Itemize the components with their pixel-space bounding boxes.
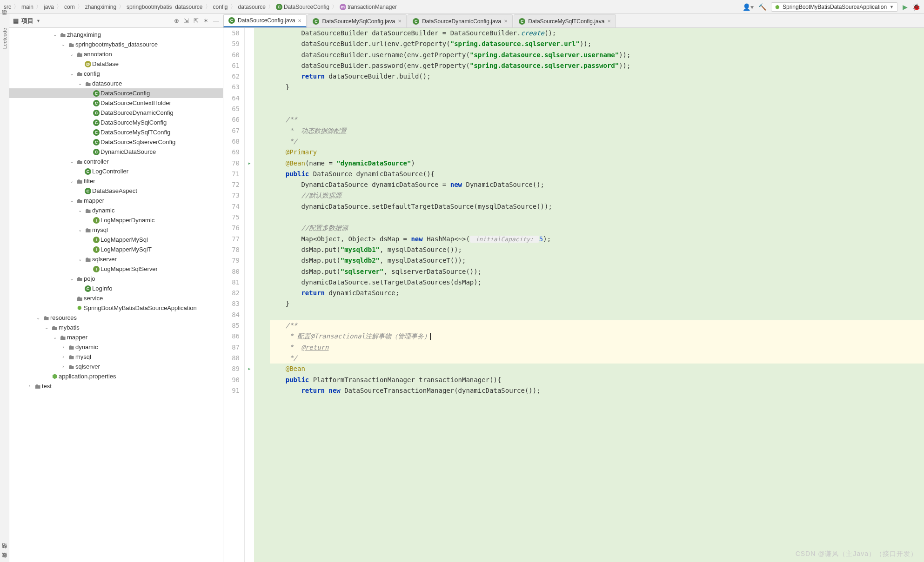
tree-item-DataBaseAspect[interactable]: CDataBaseAspect [9,186,223,196]
tree-item-LogMapperMySql[interactable]: ILogMapperMySql [9,235,223,245]
breadcrumb-item[interactable]: main [21,4,33,10]
project-tree[interactable]: zhangximingspringbootmybatis_datasourcea… [9,28,223,562]
tree-item-DataSourceMySqlConfig[interactable]: CDataSourceMySqlConfig [9,118,223,127]
collapse-all-icon[interactable]: ⇱ [194,17,199,24]
editor-tab[interactable]: CDataSourceConfig.java✕ [223,14,307,27]
breadcrumb-item[interactable]: zhangximing [85,4,116,10]
tree-item-controller[interactable]: controller [9,157,223,166]
tree-item-config[interactable]: config [9,69,223,79]
tree-item-mapper[interactable]: mapper [9,332,223,342]
run-configuration-selector[interactable]: SpringBootMyBatisDataSourceApplication ▼ [771,2,898,12]
code-line[interactable]: dsMap.put("sqlserver", sqlserverDataSour… [270,266,924,277]
tree-item-LogMapperMySqlT[interactable]: ILogMapperMySqlT [9,245,223,254]
code-line[interactable]: */ [270,353,924,364]
build-icon[interactable]: 🔨 [758,3,766,11]
tree-item-service[interactable]: service [9,293,223,303]
code-line[interactable]: return dataSourceBuilder.build(); [270,71,924,82]
sidebar-tab-leetcode[interactable]: Leetcode [2,28,7,49]
breadcrumb-item[interactable]: src [4,4,11,10]
code-line[interactable]: * 配置@Transactional注解事物（管理事务） [270,331,924,342]
tree-arrow-icon[interactable] [68,52,75,57]
code-editor[interactable]: 5859606162636465666768697071727374757677… [223,28,924,562]
code-line[interactable]: public PlatformTransactionManager transa… [270,375,924,385]
tree-item-DataSourceConfig[interactable]: CDataSourceConfig [9,88,223,98]
tree-arrow-icon[interactable] [76,208,84,213]
breadcrumb-item[interactable]: springbootmybatis_datasource [127,4,202,10]
tree-item-sqlserver[interactable]: sqlserver [9,254,223,264]
code-line[interactable] [270,93,924,104]
tree-item-DataSourceContextHolder[interactable]: CDataSourceContextHolder [9,98,223,108]
code-line[interactable]: dataSourceBuilder.password(env.getProper… [270,60,924,71]
editor-tab[interactable]: CDataSourceMySqlConfig.java✕ [308,14,407,27]
tree-arrow-icon[interactable] [68,71,75,76]
debug-icon[interactable]: 🐞 [912,3,920,11]
tree-item-LogMapperSqlServer[interactable]: ILogMapperSqlServer [9,264,223,274]
run-gutter-icon[interactable] [245,364,254,374]
run-icon[interactable]: ▶ [903,3,908,11]
tree-item-DataBase[interactable]: @DataBase [9,59,223,69]
tree-item-LogInfo[interactable]: CLogInfo [9,284,223,293]
code-line[interactable]: dataSourceBuilder.username(env.getProper… [270,50,924,60]
tree-item-mysql[interactable]: mysql [9,352,223,362]
code-line[interactable]: //配置多数据源 [270,223,924,233]
code-line[interactable]: /** [270,320,924,331]
tree-item-datasource[interactable]: datasource [9,79,223,88]
tree-arrow-icon[interactable] [76,227,84,232]
code-line[interactable]: /** [270,114,924,125]
close-icon[interactable]: ✕ [607,19,611,24]
code-line[interactable]: @Primary [270,147,924,158]
code-line[interactable]: return dynamicDataSource; [270,288,924,298]
tree-item-dynamic[interactable]: dynamic [9,342,223,352]
tree-item-filter[interactable]: filter [9,176,223,186]
tree-arrow-icon[interactable] [60,354,67,359]
select-opened-icon[interactable]: ⊕ [174,17,179,24]
code-line[interactable]: dsMap.put("mysqldb2", mysqlDataSourceT()… [270,255,924,266]
tree-item-dynamic[interactable]: dynamic [9,205,223,215]
code-line[interactable]: * @return [270,342,924,353]
code-line[interactable]: */ [270,136,924,147]
close-icon[interactable]: ✕ [398,19,402,24]
tree-item-test[interactable]: test [9,381,223,391]
expand-all-icon[interactable]: ⇲ [184,17,189,24]
tree-item-springbootmybatis_datasource[interactable]: springbootmybatis_datasource [9,40,223,49]
code-line[interactable]: dynamicDataSource.setDefaultTargetDataSo… [270,201,924,212]
code-line[interactable]: * 动态数据源配置 [270,126,924,136]
tree-item-LogController[interactable]: CLogController [9,166,223,176]
hide-icon[interactable]: — [213,17,219,24]
tree-arrow-icon[interactable] [68,276,75,281]
close-icon[interactable]: ✕ [298,18,301,23]
tree-item-mybatis[interactable]: mybatis [9,323,223,332]
code-line[interactable]: return new DataSourceTransactionManager(… [270,385,924,396]
breadcrumb-item[interactable]: CDataSourceConfig [276,4,329,10]
breadcrumb-item[interactable]: com [64,4,75,10]
tree-arrow-icon[interactable] [68,198,75,203]
tree-arrow-icon[interactable] [26,383,33,389]
tree-item-resources[interactable]: resources [9,313,223,323]
code-content[interactable]: DataSourceBuilder dataSourceBuilder = Da… [254,28,924,562]
tree-item-zhangximing[interactable]: zhangximing [9,30,223,40]
code-line[interactable]: dynamicDataSource.setTargetDataSources(d… [270,277,924,288]
tree-arrow-icon[interactable] [68,179,75,184]
breadcrumb-item[interactable]: datasource [238,4,266,10]
close-icon[interactable]: ✕ [504,19,508,24]
dropdown-icon[interactable]: ▼ [36,19,40,23]
tree-arrow-icon[interactable] [68,159,75,164]
tree-arrow-icon[interactable] [34,315,42,320]
tree-arrow-icon[interactable] [51,32,59,37]
code-line[interactable]: //默认数据源 [270,190,924,201]
tree-item-DataSourceMySqlTConfig[interactable]: CDataSourceMySqlTConfig [9,127,223,137]
code-line[interactable]: DataSourceBuilder dataSourceBuilder = Da… [270,28,924,39]
tree-arrow-icon[interactable] [76,257,84,262]
code-line[interactable]: @Bean [270,364,924,374]
tree-item-pojo[interactable]: pojo [9,274,223,284]
tree-item-LogMapperDynamic[interactable]: ILogMapperDynamic [9,215,223,225]
code-line[interactable]: } [270,298,924,309]
tree-item-DynamicDataSource[interactable]: CDynamicDataSource [9,147,223,157]
tree-item-application.properties[interactable]: ⬢application.properties [9,371,223,381]
code-line[interactable]: Map<Object, Object> dsMap = new HashMap<… [270,234,924,245]
editor-tab[interactable]: CDataSourceMySqlTConfig.java✕ [514,14,616,27]
tree-item-SpringBootMyBatisDataSourceApplication[interactable]: SpringBootMyBatisDataSourceApplication [9,303,223,313]
tree-arrow-icon[interactable] [76,81,84,86]
code-line[interactable]: dataSourceBuilder.url(env.getProperty("s… [270,39,924,49]
settings-icon[interactable]: ✶ [203,17,208,24]
